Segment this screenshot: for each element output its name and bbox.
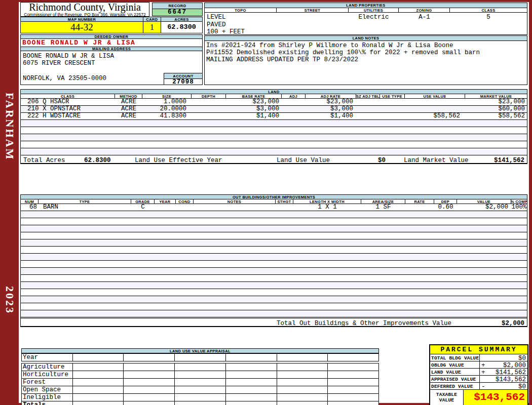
col-area-size: AREA/SIZE (361, 199, 405, 204)
summary-value: $0 (518, 355, 526, 362)
land-notes-title: LAND NOTES (205, 36, 527, 41)
col-land-class: CLASS (21, 94, 115, 98)
col-dep: DEP (434, 199, 457, 204)
land-use-value-label: Land Use Value (277, 157, 330, 164)
col-use-type: USE TYPE (380, 94, 405, 98)
taxable-value-label: TAXABLE VALUE (430, 390, 464, 405)
topo-value: LEVEL (207, 14, 245, 21)
district-name-vertical: FARNHAM (1, 90, 16, 164)
land-use-appraisal-section: LAND USE VALUE APPRAISAL Year Agricultur… (21, 348, 379, 405)
col-adj-rate: ADJ RATE (306, 94, 356, 98)
col-depth: DEPTH (192, 94, 226, 98)
map-number-value: 44-32 (20, 21, 143, 33)
land-properties-title: LAND PROPERTIES (205, 3, 527, 8)
table-row: Ineligible (22, 394, 379, 401)
out-buildings-total-label: Total Out Buildings & Other Improvements… (277, 320, 451, 327)
col-market-value: MARKET VALUE (465, 94, 527, 98)
table-row: Forest (22, 379, 379, 386)
row-label: Open Space (22, 386, 73, 394)
land-use-effective-year-label: Land Use Effective Year (135, 157, 222, 164)
summary-row: OBLDG VALUE + $2,000 (430, 361, 527, 369)
land-empty-rows (21, 120, 527, 155)
row-label: Forest (22, 379, 73, 386)
col-grade: GRADE (131, 199, 155, 204)
table-row: Agriculture (22, 363, 379, 371)
land-properties-lines: LEVEL PAVED 100 + FEET (207, 14, 245, 36)
col-topo: TOPO (205, 8, 277, 12)
land-use-appraisal-year-table: Year (21, 353, 379, 361)
summary-value: $143,562 (496, 376, 526, 383)
land-market-value: $141,562 (494, 157, 524, 164)
land-title: LAND (21, 90, 527, 94)
parcel-summary-section: PARCEL SUMMARY TOTAL BLDG VALUE $0 OBLDG… (429, 344, 528, 405)
col-length-width: LENGTH X WIDTH (293, 199, 361, 204)
summary-row: LAND VALUE + $141,562 (430, 369, 527, 376)
out-buildings-empty-rows (21, 211, 527, 318)
card-content: Richmond County, Virginia Commissioner o… (19, 2, 529, 403)
parcel-summary-title: PARCEL SUMMARY (430, 345, 527, 354)
total-acres-label: Total Acres (23, 157, 65, 164)
table-row: Open Space (22, 386, 379, 394)
col-zoning: ZONING (399, 8, 450, 12)
account-value: 27098 (164, 79, 202, 85)
property-record-card: FARNHAM 2023 Richmond County, Virginia C… (0, 0, 532, 405)
col-num: NUM (21, 199, 39, 204)
out-buildings-total-value: $2,000 (502, 320, 524, 327)
total-acres-value: 62.8300 (84, 157, 111, 164)
county-header: Richmond County, Virginia Commissioner o… (20, 2, 149, 17)
summary-label: TOTAL BLDG VALUE (430, 354, 480, 361)
utilities-value: Electric (349, 14, 399, 21)
summary-value: $2,000 (503, 362, 526, 369)
land-notes-text: Ins #2021-924 from Shirley P Willmore to… (206, 42, 480, 63)
acres-value: 62.8300 (161, 21, 203, 33)
land-use-appraisal-table: Agriculture Horticulture Forest Open Spa… (21, 363, 379, 405)
table-row: Horticulture (22, 371, 379, 379)
row-label: Horticulture (22, 371, 73, 379)
land-properties-headers: TOPO STREET UTILITIES ZONING CLASS (205, 8, 527, 13)
summary-row: TOTAL BLDG VALUE $0 (430, 354, 527, 361)
taxable-value-row: TAXABLE VALUE $143,562 (430, 390, 527, 405)
out-building-row: 68 BARN C 1 X 1 1 SF 0.60 $2,000 100% (21, 204, 527, 211)
summary-sign: + (481, 362, 485, 369)
summary-label: DEFERRED VALUE (430, 383, 480, 389)
summary-value: $0 (518, 383, 526, 390)
land-properties-section: LAND PROPERTIES TOPO STREET UTILITIES ZO… (204, 3, 527, 35)
street-width-value: 100 + FEET (207, 28, 245, 36)
out-buildings-section: OUT BUILDINGS/OTHER IMPROVEMENTS NUM TYP… (20, 194, 527, 318)
land-market-value-label: Land Market Value (404, 157, 469, 164)
col-utilities: UTILITIES (349, 8, 399, 12)
col-year: YEAR (155, 199, 176, 204)
land-row: 206 Q HSACR ACRE 1.0000 $23,000 $23,000 … (21, 99, 527, 106)
summary-sign: - (481, 383, 485, 390)
col-method: METHOD (115, 94, 142, 98)
land-totals-row: Total Acres 62.8300 Land Use Effective Y… (20, 155, 527, 164)
col-base-rate: BASE RATE (226, 94, 282, 98)
mailing-line-3: NORFOLK, VA 23505-0000 (23, 75, 106, 82)
record-value: 6647 (153, 9, 202, 16)
tax-year-vertical: 2023 (1, 280, 16, 320)
summary-row: APPRAISED VALUE $143,562 (430, 376, 527, 383)
deeded-owner-value: BOONE RONALD W JR & LISA (20, 38, 203, 47)
summary-label: OBLDG VALUE (430, 361, 480, 368)
col-size: SIZE (142, 94, 192, 98)
summary-label: APPRAISED VALUE (430, 376, 480, 382)
col-sz-adj-tbl: SZ ADJ TBL (356, 94, 380, 98)
account-box: ACCOUNT 27098 (164, 73, 203, 85)
col-class: CLASS (450, 8, 527, 12)
row-label: Year (22, 354, 73, 361)
table-row: Year (22, 354, 379, 361)
col-type: TYPE (39, 199, 131, 204)
row-label: Ineligible (22, 394, 73, 401)
col-street: STREET (277, 8, 349, 12)
col-use-value: USE VALUE (405, 94, 465, 98)
land-row: 222 H WDSTACRE ACRE 41.8300 $1,400 $1,40… (21, 113, 527, 120)
summary-label: LAND VALUE (430, 369, 480, 375)
col-cond: COND (176, 199, 194, 204)
land-section: LAND CLASS METHOD SIZE DEPTH BASE RATE A… (20, 89, 527, 164)
mailing-line-1: BOONE RONALD W JR & LISA (23, 53, 114, 60)
land-note-line: P#11552 Demolished existing dwelling 100… (206, 49, 480, 56)
table-row: Totals (22, 401, 379, 405)
record-box: RECORD 6647 (152, 3, 203, 16)
land-row: 210 X OPNSTACR ACRE 20.0000 $3,000 $3,00… (21, 106, 527, 113)
land-note-line: MAILING ADDRESS UPDATED PER TP 8/23/2022 (206, 56, 480, 63)
